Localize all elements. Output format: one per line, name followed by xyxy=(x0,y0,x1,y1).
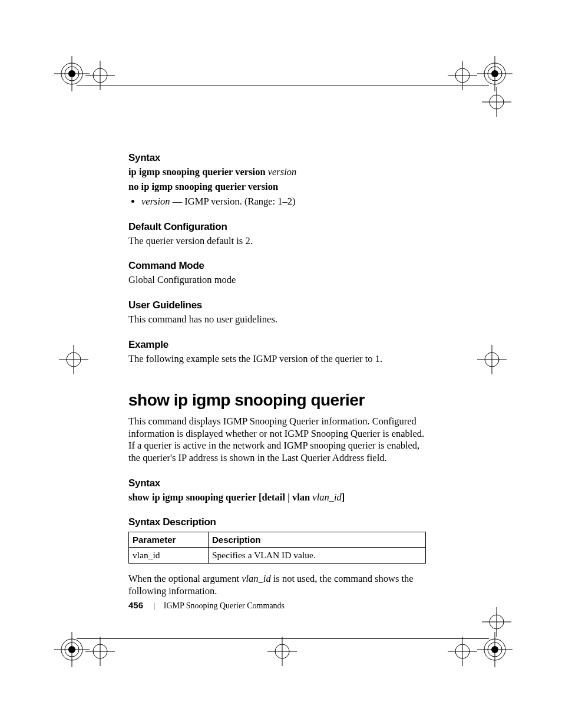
section-syntax-1: Syntax ip igmp snooping querier version … xyxy=(128,152,426,208)
print-mark-bottom-left-1 xyxy=(54,632,90,667)
bullet-rest: — IGMP version. (Range: 1–2) xyxy=(170,196,296,207)
td-param: vlan_id xyxy=(129,548,209,564)
print-mark-top-left-1 xyxy=(54,56,90,91)
page-number: 456 xyxy=(128,600,143,610)
td-desc: Specifies a VLAN ID value. xyxy=(209,548,426,564)
svg-point-29 xyxy=(68,646,75,653)
guide-line-top xyxy=(77,85,489,85)
print-mark-top-right-1 xyxy=(448,61,477,90)
after-table-text: When the optional argument vlan_id is no… xyxy=(128,573,426,597)
heading-syntax-2: Syntax xyxy=(128,477,426,489)
heading-example: Example xyxy=(128,339,426,351)
print-mark-top-right-2 xyxy=(477,56,513,91)
bullet-term: version xyxy=(141,196,170,207)
heading-default-config: Default Configuration xyxy=(128,221,426,233)
section-default-config: Default Configuration The querier versio… xyxy=(128,221,426,248)
heading-syntax-description: Syntax Description xyxy=(128,516,426,528)
syntax-bullets: version — IGMP version. (Range: 1–2) xyxy=(141,195,426,207)
section-syntax-description: Syntax Description Parameter Description… xyxy=(128,516,426,597)
svg-point-15 xyxy=(491,70,498,77)
print-mark-top-right-3 xyxy=(482,87,511,117)
section-syntax-2: Syntax show ip igmp snooping querier [de… xyxy=(128,477,426,504)
heading-user-guidelines: User Guidelines xyxy=(128,299,426,311)
syntax2-ital: vlan_id xyxy=(312,492,342,503)
heading-syntax: Syntax xyxy=(128,152,426,164)
after-pre: When the optional argument xyxy=(128,573,242,584)
command-mode-body: Global Configuration mode xyxy=(128,274,426,286)
example-body: The following example sets the IGMP vers… xyxy=(128,353,426,365)
print-mark-bottom-right-3 xyxy=(482,607,511,637)
syntax-bullet-1: version — IGMP version. (Range: 1–2) xyxy=(141,195,426,207)
page-footer: 456|IGMP Snooping Querier Commands xyxy=(128,600,285,611)
table-row: vlan_id Specifies a VLAN ID value. xyxy=(129,548,426,564)
svg-point-4 xyxy=(68,70,75,77)
syntax2-end: ] xyxy=(342,492,345,503)
syntax-line-1: ip igmp snooping querier version version xyxy=(128,166,426,179)
section-example: Example The following example sets the I… xyxy=(128,339,426,365)
syntax-table: Parameter Description vlan_id Specifies … xyxy=(128,532,426,564)
th-description: Description xyxy=(209,532,426,548)
user-guidelines-body: This command has no user guidelines. xyxy=(128,314,426,326)
syntax2-bold: show ip igmp snooping querier [detail | … xyxy=(128,492,312,503)
default-config-body: The querier version default is 2. xyxy=(128,235,426,248)
syntax2-line: show ip igmp snooping querier [detail | … xyxy=(128,492,426,504)
command-description: This command displays IGMP Snooping Quer… xyxy=(128,416,426,465)
print-mark-bottom-right-1 xyxy=(448,637,477,666)
print-mark-bottom-right-2 xyxy=(477,632,513,667)
print-mark-mid-left xyxy=(59,345,88,374)
content-column: Syntax ip igmp snooping querier version … xyxy=(128,152,426,611)
section-command-mode: Command Mode Global Configuration mode xyxy=(128,260,426,286)
syntax-ital-1: version xyxy=(268,166,297,177)
table-header-row: Parameter Description xyxy=(129,532,426,548)
after-ital: vlan_id xyxy=(242,573,271,584)
print-mark-bottom-left-2 xyxy=(85,637,115,666)
footer-section-title: IGMP Snooping Querier Commands xyxy=(164,601,285,610)
heading-command-mode: Command Mode xyxy=(128,260,426,272)
print-mark-bottom-center xyxy=(267,637,297,666)
syntax-bold-1: ip igmp snooping querier version xyxy=(128,166,268,177)
svg-point-43 xyxy=(491,646,498,653)
command-title: show ip igmp snooping querier xyxy=(128,391,426,410)
th-parameter: Parameter xyxy=(129,532,209,548)
section-command: show ip igmp snooping querier This comma… xyxy=(128,391,426,465)
page: Syntax ip igmp snooping querier version … xyxy=(0,0,562,728)
print-mark-top-left-2 xyxy=(85,61,115,90)
syntax-line-2: no ip igmp snooping querier version xyxy=(128,181,426,193)
section-user-guidelines: User Guidelines This command has no user… xyxy=(128,299,426,326)
print-mark-mid-right xyxy=(477,345,507,374)
footer-divider: | xyxy=(154,601,156,610)
